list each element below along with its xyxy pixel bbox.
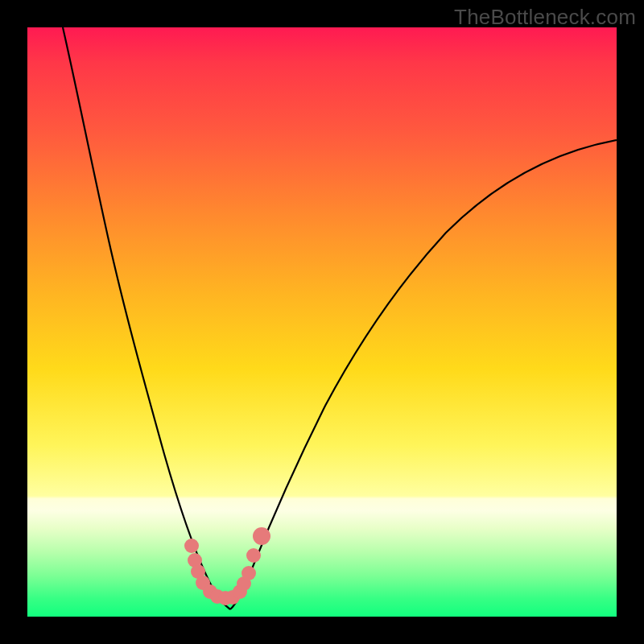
chart-frame: TheBottleneck.com [0,0,644,644]
right-curve [230,140,617,609]
left-curve [63,27,230,609]
marker-cluster [184,527,270,605]
curves-layer [27,27,617,617]
svg-point-11 [246,548,261,563]
svg-point-12 [253,527,270,545]
svg-point-0 [184,539,199,553]
svg-point-10 [242,566,256,580]
attribution-label: TheBottleneck.com [454,5,636,30]
